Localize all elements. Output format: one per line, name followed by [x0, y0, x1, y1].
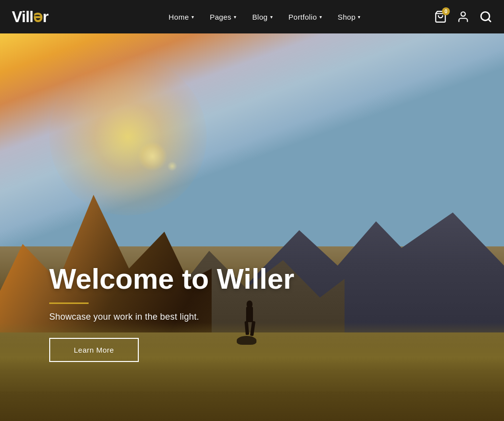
nav-label-pages: Pages	[210, 13, 231, 21]
nav-item-blog[interactable]: Blog ▾	[246, 9, 280, 25]
nav-item-pages[interactable]: Pages ▾	[203, 9, 243, 25]
logo-text-start: Vill	[12, 8, 33, 26]
lens-flare-small	[167, 161, 177, 171]
nav-item-portfolio[interactable]: Portfolio ▾	[282, 9, 329, 25]
nav-link-blog[interactable]: Blog ▾	[246, 9, 280, 25]
site-logo[interactable]: Villər	[12, 7, 48, 26]
hero-content: Welcome to Willer Showcase your work in …	[49, 263, 294, 362]
hero-divider	[49, 302, 89, 304]
search-icon	[479, 10, 492, 23]
cart-badge: 0	[442, 7, 450, 15]
user-icon	[457, 10, 470, 23]
hero-subtitle: Showcase your work in the best light.	[49, 312, 294, 322]
nav-label-blog: Blog	[252, 13, 268, 21]
hero-title: Welcome to Willer	[49, 263, 294, 295]
logo-text: Villər	[12, 7, 48, 26]
hero-section: Welcome to Willer Showcase your work in …	[0, 33, 504, 421]
logo-highlight: ə	[33, 8, 42, 26]
nav-label-shop: Shop	[338, 13, 355, 21]
chevron-down-icon: ▾	[191, 14, 194, 20]
nav-link-home[interactable]: Home ▾	[162, 9, 201, 25]
chevron-down-icon: ▾	[270, 14, 273, 20]
sun-glow	[49, 58, 207, 215]
logo-text-end: r	[42, 8, 48, 26]
learn-more-button[interactable]: Learn More	[49, 338, 139, 362]
user-account-button[interactable]	[457, 10, 470, 23]
nav-link-shop[interactable]: Shop ▾	[331, 9, 368, 25]
lens-flare	[138, 142, 167, 171]
nav-link-portfolio[interactable]: Portfolio ▾	[282, 9, 329, 25]
navbar-icons: 0	[434, 10, 492, 23]
search-button[interactable]	[479, 10, 492, 23]
navbar: Villər Home ▾ Pages ▾ Blog ▾ Portfolio ▾	[0, 0, 504, 33]
nav-item-home[interactable]: Home ▾	[162, 9, 201, 25]
nav-item-shop[interactable]: Shop ▾	[331, 9, 368, 25]
nav-label-portfolio: Portfolio	[288, 13, 317, 21]
cart-button[interactable]: 0	[434, 10, 447, 23]
chevron-down-icon: ▾	[358, 14, 360, 20]
chevron-down-icon: ▾	[234, 14, 236, 20]
nav-label-home: Home	[169, 13, 189, 21]
chevron-down-icon: ▾	[319, 14, 322, 20]
nav-link-pages[interactable]: Pages ▾	[203, 9, 243, 25]
nav-menu: Home ▾ Pages ▾ Blog ▾ Portfolio ▾ Shop	[162, 9, 368, 25]
